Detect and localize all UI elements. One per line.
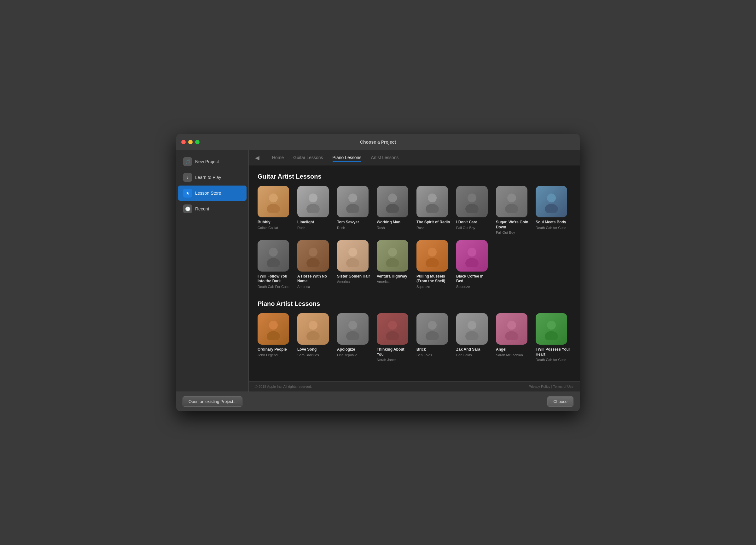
lesson-item-possess[interactable]: I Will Possess Your HeartDeath Cab for C… bbox=[536, 313, 570, 362]
lesson-artist-limelight: Rush bbox=[297, 226, 305, 230]
svg-point-4 bbox=[348, 194, 357, 203]
lesson-artist-horsename: America bbox=[297, 284, 310, 289]
lesson-thumb-sugar bbox=[496, 186, 527, 218]
lesson-item-workingman[interactable]: Working ManRush bbox=[377, 186, 411, 235]
titlebar: Choose a Project bbox=[176, 134, 580, 150]
svg-point-27 bbox=[465, 258, 479, 267]
window-title: Choose a Project bbox=[360, 140, 396, 145]
lesson-thumb-lovesong bbox=[297, 313, 329, 345]
lesson-artist-ventura: America bbox=[377, 279, 389, 284]
lesson-artist-lovesong: Sara Bareilles bbox=[297, 353, 319, 357]
lesson-item-tomsawyer[interactable]: Tom SawyerRush bbox=[337, 186, 372, 235]
lesson-name-mussels: Pulling Mussels (From the Shell) bbox=[416, 274, 451, 284]
svg-point-10 bbox=[468, 194, 476, 203]
new-project-icon: 🎵 bbox=[183, 157, 192, 166]
lesson-item-apologize[interactable]: ApologizeOneRepublic bbox=[337, 313, 372, 362]
lesson-item-horsename[interactable]: A Horse With No NameAmerica bbox=[297, 240, 332, 289]
lesson-thumb-soulbody bbox=[536, 186, 567, 218]
sidebar-item-lesson-store[interactable]: ★ Lesson Store bbox=[178, 186, 247, 201]
close-button[interactable] bbox=[181, 140, 186, 144]
lesson-name-zakandsara: Zak And Sara bbox=[456, 347, 480, 352]
lesson-thumb-iwillfollow bbox=[258, 240, 289, 272]
lesson-item-brick[interactable]: BrickBen Folds bbox=[416, 313, 451, 362]
lesson-name-limelight: Limelight bbox=[297, 220, 314, 225]
tab-piano-lessons[interactable]: Piano Lessons bbox=[333, 154, 362, 162]
lesson-item-bubbly[interactable]: BubblyColbie Caillat bbox=[258, 186, 292, 235]
lesson-name-bubbly: Bubbly bbox=[258, 220, 270, 225]
lesson-artist-ordinary: John Legend bbox=[258, 353, 278, 357]
lesson-item-sugar[interactable]: Sugar, We're Goin DownFall Out Boy bbox=[496, 186, 531, 235]
minimize-button[interactable] bbox=[188, 140, 193, 144]
lesson-thumb-thinking bbox=[377, 313, 408, 345]
lesson-item-blackcoffee[interactable]: Black Coffee In BedSqueeze bbox=[456, 240, 491, 289]
lesson-name-workingman: Working Man bbox=[377, 220, 400, 225]
svg-point-43 bbox=[545, 331, 558, 340]
svg-point-40 bbox=[507, 321, 516, 330]
bottom-bar: Open an existing Project... Choose bbox=[176, 391, 580, 411]
svg-point-39 bbox=[465, 331, 479, 340]
lesson-item-spirit[interactable]: The Spirit of RadioRush bbox=[416, 186, 451, 235]
lesson-item-mussels[interactable]: Pulling Mussels (From the Shell)Squeeze bbox=[416, 240, 451, 289]
tab-artist-lessons[interactable]: Artist Lessons bbox=[371, 154, 398, 162]
lesson-name-ventura: Ventura Highway bbox=[377, 274, 407, 279]
svg-point-38 bbox=[468, 321, 476, 330]
lesson-artist-apologize: OneRepublic bbox=[337, 353, 357, 357]
lesson-thumb-blackcoffee bbox=[456, 240, 488, 272]
svg-point-7 bbox=[386, 204, 399, 213]
lesson-item-ordinary[interactable]: Ordinary PeopleJohn Legend bbox=[258, 313, 292, 362]
lesson-name-iwillfollow: I Will Follow You Into the Dark bbox=[258, 274, 292, 284]
lesson-thumb-apologize bbox=[337, 313, 369, 345]
lesson-item-ventura[interactable]: Ventura HighwayAmerica bbox=[377, 240, 411, 289]
lesson-artist-bubbly: Colbie Caillat bbox=[258, 226, 278, 230]
open-existing-button[interactable]: Open an existing Project... bbox=[183, 396, 242, 407]
svg-point-21 bbox=[346, 258, 359, 267]
lesson-item-sistergolden[interactable]: Sister Golden HairAmerica bbox=[337, 240, 372, 289]
svg-point-3 bbox=[306, 204, 320, 213]
lesson-artist-mussels: Squeeze bbox=[416, 284, 430, 289]
sidebar-item-new-project[interactable]: 🎵 New Project bbox=[178, 154, 247, 169]
lesson-item-angel[interactable]: AngelSarah McLachlan bbox=[496, 313, 531, 362]
svg-point-22 bbox=[388, 248, 397, 257]
svg-point-14 bbox=[547, 194, 556, 203]
tab-guitar-lessons[interactable]: Guitar Lessons bbox=[293, 154, 323, 162]
lesson-name-lovesong: Love Song bbox=[297, 347, 317, 352]
sidebar-label-learn: Learn to Play bbox=[195, 175, 221, 180]
scroll-content: Guitar Artist Lessons BubblyColbie Caill… bbox=[249, 165, 580, 381]
lesson-item-limelight[interactable]: LimelightRush bbox=[297, 186, 332, 235]
lesson-item-iwillfollow[interactable]: I Will Follow You Into the DarkDeath Cab… bbox=[258, 240, 292, 289]
lesson-item-soulbody[interactable]: Soul Meets BodyDeath Cab for Cutie bbox=[536, 186, 570, 235]
lesson-thumb-tomsawyer bbox=[337, 186, 369, 218]
lesson-thumb-zakandsara bbox=[456, 313, 488, 345]
lesson-thumb-angel bbox=[496, 313, 527, 345]
svg-point-9 bbox=[426, 204, 439, 213]
tab-home[interactable]: Home bbox=[272, 154, 284, 162]
svg-point-24 bbox=[428, 248, 437, 257]
main-area: 🎵 New Project ♪ Learn to Play ★ Lesson S… bbox=[176, 150, 580, 391]
sidebar-item-learn-to-play[interactable]: ♪ Learn to Play bbox=[178, 170, 247, 185]
sidebar: 🎵 New Project ♪ Learn to Play ★ Lesson S… bbox=[176, 150, 249, 391]
choose-button[interactable]: Choose bbox=[547, 396, 573, 407]
svg-point-11 bbox=[465, 204, 479, 213]
sidebar-item-recent[interactable]: 🕐 Recent bbox=[178, 201, 247, 217]
lesson-name-sugar: Sugar, We're Goin Down bbox=[496, 220, 531, 230]
guitar-section-title: Guitar Artist Lessons bbox=[258, 173, 571, 180]
svg-point-41 bbox=[505, 331, 518, 340]
svg-point-29 bbox=[267, 331, 280, 340]
lesson-artist-brick: Ben Folds bbox=[416, 353, 432, 357]
maximize-button[interactable] bbox=[195, 140, 200, 144]
nav-back-button[interactable]: ◀ bbox=[255, 154, 259, 161]
svg-point-32 bbox=[348, 321, 357, 330]
lesson-item-lovesong[interactable]: Love SongSara Bareilles bbox=[297, 313, 332, 362]
traffic-lights bbox=[181, 140, 200, 144]
lesson-artist-thinking: Norah Jones bbox=[377, 357, 396, 362]
lesson-item-thinking[interactable]: Thinking About YouNorah Jones bbox=[377, 313, 411, 362]
lesson-item-idontcare[interactable]: I Don't CareFall Out Boy bbox=[456, 186, 491, 235]
lesson-thumb-horsename bbox=[297, 240, 329, 272]
sidebar-label-new-project: New Project bbox=[195, 159, 219, 164]
piano-lessons-grid: Ordinary PeopleJohn Legend Love SongSara… bbox=[258, 313, 571, 362]
lesson-artist-sugar: Fall Out Boy bbox=[496, 230, 515, 235]
lesson-thumb-bubbly bbox=[258, 186, 289, 218]
svg-point-36 bbox=[428, 321, 437, 330]
lesson-item-zakandsara[interactable]: Zak And SaraBen Folds bbox=[456, 313, 491, 362]
lesson-artist-tomsawyer: Rush bbox=[337, 226, 345, 230]
